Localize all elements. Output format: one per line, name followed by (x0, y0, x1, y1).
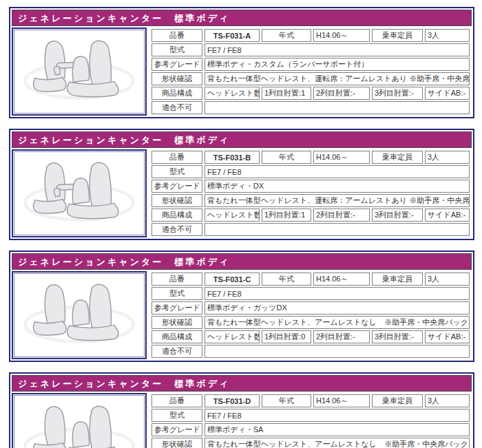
part-no-value: TS-F031-D (205, 394, 260, 407)
row-shape: 形状確認 背もたれ一体型ヘッドレスト、アームレストなし ※助手席・中央席バックト… (151, 438, 470, 448)
product-block-title: ジェネレーションキャンター 標準ボディ (12, 375, 472, 392)
seat-line-drawing-icon (17, 34, 142, 109)
composition-headrest: ヘッドレスト数:0 (205, 87, 260, 100)
grade-value: 標準ボディ・カスタム（ランバーサポート付） (205, 58, 470, 71)
year-label: 年式 (262, 394, 311, 407)
capacity-value: 3人 (425, 151, 470, 164)
seat-image (14, 151, 145, 235)
composition-headrest: ヘッドレスト数:0 (205, 330, 260, 343)
shape-value: 背もたれ一体型ヘッドレスト、アームレストなし ※助手席・中央席バックトレイあり (205, 316, 470, 329)
shape-label: 形状確認 (151, 194, 202, 207)
part-no-label: 品番 (151, 151, 202, 164)
model-label: 型式 (151, 165, 202, 178)
incompatible-value (205, 345, 470, 358)
model-value: FE7 / FE8 (205, 43, 470, 56)
product-block-body: 品番 TS-F031-C 年式 H14.06～ 乗車定員 3人 型式 FE7 /… (12, 271, 472, 359)
composition-row3-armrest: 3列目肘置:- (372, 209, 423, 222)
incompatible-value (205, 223, 470, 236)
seat-image-frame (12, 393, 147, 448)
year-value: H14.06～ (313, 394, 370, 407)
seat-line-drawing-icon (17, 156, 142, 231)
row-part-year-capacity: 品番 TS-F031-B 年式 H14.06～ 乗車定員 3人 (151, 151, 470, 164)
row-composition: 商品構成 ヘッドレスト数:0 1列目肘置:1 2列目肘置:- 3列目肘置:- サ… (151, 87, 470, 100)
grade-label: 参考グレード (151, 58, 202, 71)
year-value: H14.06～ (313, 273, 370, 286)
composition-row2-armrest: 2列目肘置:- (313, 330, 370, 343)
row-grade: 参考グレード 標準ボディ・ガッツDX (151, 301, 470, 314)
grade-label: 参考グレード (151, 301, 202, 314)
row-incompatible: 適合不可 (151, 223, 470, 236)
product-block: ジェネレーションキャンター 標準ボディ (9, 7, 474, 118)
row-model: 型式 FE7 / FE8 (151, 409, 470, 422)
product-block-title: ジェネレーションキャンター 標準ボディ (12, 253, 472, 270)
model-value: FE7 / FE8 (205, 287, 470, 300)
capacity-value: 3人 (425, 273, 470, 286)
seat-image (14, 395, 145, 448)
capacity-value: 3人 (425, 394, 470, 407)
year-label: 年式 (262, 273, 311, 286)
row-model: 型式 FE7 / FE8 (151, 287, 470, 300)
grade-value: 標準ボディ・SA (205, 423, 470, 436)
grade-value: 標準ボディ・DX (205, 180, 470, 193)
seat-image (14, 273, 145, 357)
year-value: H14.06～ (313, 29, 370, 42)
composition-label: 商品構成 (151, 330, 202, 343)
part-no-value: TS-F031-B (205, 151, 260, 164)
composition-side-ab: サイドAB:- (425, 87, 470, 100)
spec-table: 品番 TS-F031-A 年式 H14.06～ 乗車定員 3人 型式 FE7 /… (149, 28, 472, 116)
part-no-value: TS-F031-C (205, 273, 260, 286)
incompatible-value (205, 101, 470, 114)
capacity-label: 乗車定員 (372, 394, 423, 407)
composition-row1-armrest: 1列目肘置:1 (262, 209, 311, 222)
product-block-title: ジェネレーションキャンター 標準ボディ (12, 131, 472, 148)
spec-table: 品番 TS-F031-C 年式 H14.06～ 乗車定員 3人 型式 FE7 /… (149, 271, 472, 359)
model-value: FE7 / FE8 (205, 409, 470, 422)
shape-label: 形状確認 (151, 72, 202, 85)
capacity-value: 3人 (425, 29, 470, 42)
model-label: 型式 (151, 287, 202, 300)
seat-image-frame (12, 28, 147, 116)
row-grade: 参考グレード 標準ボディ・SA (151, 423, 470, 436)
product-block: ジェネレーションキャンター 標準ボディ (9, 372, 474, 448)
row-part-year-capacity: 品番 TS-F031-D 年式 H14.06～ 乗車定員 3人 (151, 394, 470, 407)
incompatible-label: 適合不可 (151, 223, 202, 236)
part-no-label: 品番 (151, 273, 202, 286)
row-shape: 形状確認 背もたれ一体型ヘッドレスト、運転席：アームレストあり ※助手席・中央席… (151, 194, 470, 207)
composition-row2-armrest: 2列目肘置:- (313, 209, 370, 222)
model-label: 型式 (151, 43, 202, 56)
row-shape: 形状確認 背もたれ一体型ヘッドレスト、アームレストなし ※助手席・中央席バックト… (151, 316, 470, 329)
capacity-label: 乗車定員 (372, 273, 423, 286)
year-label: 年式 (262, 29, 311, 42)
capacity-label: 乗車定員 (372, 29, 423, 42)
model-value: FE7 / FE8 (205, 165, 470, 178)
product-block-body: 品番 TS-F031-B 年式 H14.06～ 乗車定員 3人 型式 FE7 /… (12, 149, 472, 237)
row-model: 型式 FE7 / FE8 (151, 165, 470, 178)
spec-table: 品番 TS-F031-B 年式 H14.06～ 乗車定員 3人 型式 FE7 /… (149, 149, 472, 237)
product-block-body: 品番 TS-F031-A 年式 H14.06～ 乗車定員 3人 型式 FE7 /… (12, 28, 472, 116)
part-no-value: TS-F031-A (205, 29, 260, 42)
composition-side-ab: サイドAB:- (425, 209, 470, 222)
grade-label: 参考グレード (151, 423, 202, 436)
block-list: ジェネレーションキャンター 標準ボディ (9, 7, 474, 448)
year-label: 年式 (262, 151, 311, 164)
row-incompatible: 適合不可 (151, 345, 470, 358)
seat-image-frame (12, 149, 147, 237)
composition-headrest: ヘッドレスト数:0 (205, 209, 260, 222)
capacity-label: 乗車定員 (372, 151, 423, 164)
row-composition: 商品構成 ヘッドレスト数:0 1列目肘置:1 2列目肘置:- 3列目肘置:- サ… (151, 209, 470, 222)
shape-value: 背もたれ一体型ヘッドレスト、アームレストなし ※助手席・中央席バックトレイなし (205, 438, 470, 448)
product-block-body: 品番 TS-F031-D 年式 H14.06～ 乗車定員 3人 型式 FE7 /… (12, 393, 472, 448)
row-part-year-capacity: 品番 TS-F031-A 年式 H14.06～ 乗車定員 3人 (151, 29, 470, 42)
spec-table: 品番 TS-F031-D 年式 H14.06～ 乗車定員 3人 型式 FE7 /… (149, 393, 472, 448)
row-grade: 参考グレード 標準ボディ・DX (151, 180, 470, 193)
row-composition: 商品構成 ヘッドレスト数:0 1列目肘置:0 2列目肘置:- 3列目肘置:- サ… (151, 330, 470, 343)
shape-label: 形状確認 (151, 316, 202, 329)
product-block: ジェネレーションキャンター 標準ボディ (9, 129, 474, 240)
row-grade: 参考グレード 標準ボディ・カスタム（ランバーサポート付） (151, 58, 470, 71)
composition-side-ab: サイドAB:- (425, 330, 470, 343)
seat-image (14, 30, 145, 114)
row-model: 型式 FE7 / FE8 (151, 43, 470, 56)
part-no-label: 品番 (151, 394, 202, 407)
composition-row2-armrest: 2列目肘置:- (313, 87, 370, 100)
seat-line-drawing-icon (17, 400, 142, 448)
